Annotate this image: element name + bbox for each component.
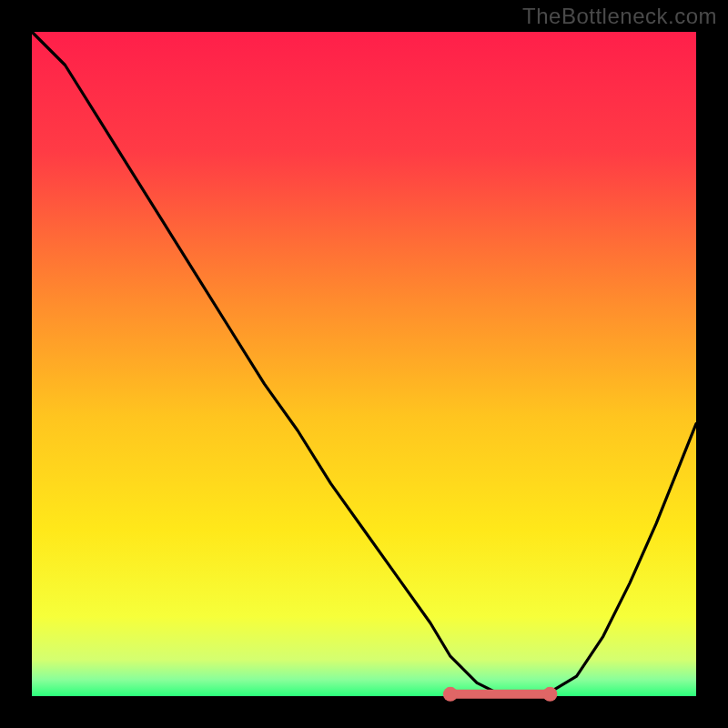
bottleneck-plot (0, 0, 728, 728)
watermark-text: TheBottleneck.com (522, 4, 717, 29)
chart-frame: TheBottleneck.com (0, 0, 728, 728)
optimal-marker-0 (443, 687, 458, 702)
gradient-bg (32, 32, 696, 696)
optimal-marker-1 (542, 687, 557, 702)
